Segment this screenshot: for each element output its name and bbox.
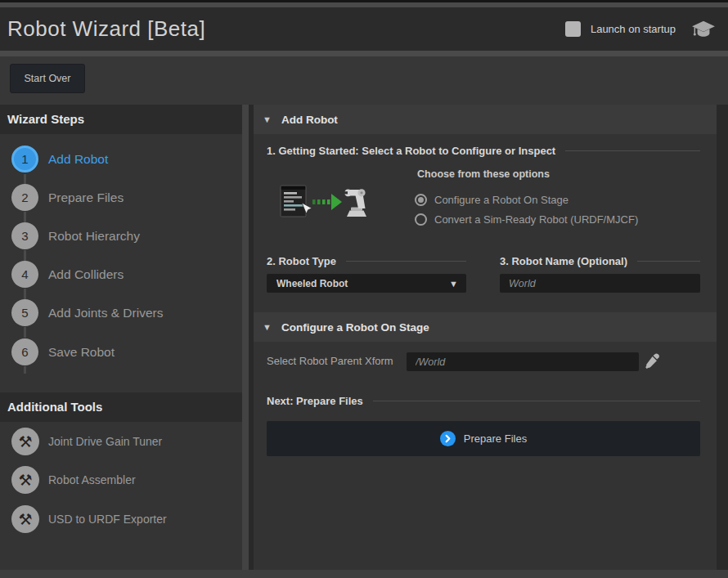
robot-name-input[interactable]: [500, 274, 700, 293]
step-circle-prepare-files[interactable]: 2: [11, 184, 38, 211]
radio-icon: [415, 194, 427, 206]
sidebar-item-add-joints[interactable]: Add Joints & Drivers: [48, 305, 163, 321]
robot-type-label: 2. Robot Type: [267, 255, 336, 267]
sidebar-item-prepare-files[interactable]: Prepare Files: [48, 190, 124, 206]
chevron-down-icon: ▼: [263, 114, 272, 124]
divider: [565, 150, 700, 151]
robot-type-value: Wheeled Robot: [276, 278, 449, 289]
step-connector: [24, 366, 26, 374]
robot-type-row: 2. Robot Type: [267, 253, 466, 269]
getting-started-row: 1. Getting Started: Select a Robot to Co…: [267, 142, 700, 159]
launch-on-startup-checkbox[interactable]: [565, 21, 581, 37]
step-circle-save-robot[interactable]: 6: [11, 338, 38, 365]
add-robot-section-header[interactable]: ▼ Add Robot: [254, 105, 717, 134]
robot-type-dropdown[interactable]: Wheeled Robot ▼: [267, 274, 466, 293]
next-step-label: Next: Prepare Files: [267, 395, 363, 407]
window-bottom-bar: [0, 570, 728, 578]
configure-section-title: Configure a Robot On Stage: [281, 321, 429, 334]
dropdown-arrow-icon: ▼: [449, 279, 458, 289]
main-panel: ▼ Add Robot 1. Getting Started: Select a…: [254, 105, 717, 570]
step-circle-add-joints[interactable]: 5: [11, 299, 38, 326]
step-circle-robot-hierarchy[interactable]: 3: [11, 222, 38, 249]
parent-xform-label: Select Robot Parent Xform: [267, 353, 393, 370]
robot-source-radio-group: Configure a Robot On Stage Convert a Sim…: [415, 193, 638, 232]
radio-convert-sim-ready[interactable]: Convert a Sim-Ready Robot (URDF/MJCF): [415, 213, 638, 226]
sidebar-item-add-robot[interactable]: Add Robot: [48, 151, 108, 168]
titlebar-divider: [0, 51, 728, 56]
next-step-row: Next: Prepare Files: [267, 392, 700, 409]
configure-section-header[interactable]: ▼ Configure a Robot On Stage: [254, 312, 717, 342]
choose-options-label: Choose from these options: [267, 168, 700, 180]
step-circle-add-colliders[interactable]: 4: [11, 261, 38, 288]
titlebar-actions: Launch on startup: [565, 7, 717, 51]
add-robot-section-title: Add Robot: [281, 114, 338, 126]
page-title: Robot Wizard [Beta]: [7, 16, 205, 42]
tools-icon[interactable]: ⚒: [11, 428, 39, 455]
sidebar-item-robot-hierarchy[interactable]: Robot Hierarchy: [48, 228, 140, 244]
graduation-cap-icon[interactable]: [690, 19, 717, 40]
start-over-button[interactable]: Start Over: [10, 64, 85, 93]
sidebar-item-usd-to-urdf-exporter[interactable]: USD to URDF Exporter: [48, 511, 167, 527]
prepare-files-button-label: Prepare Files: [464, 432, 527, 445]
hammer-wrench-icon: ⚒: [18, 473, 32, 488]
arrow-right-circle-icon: [440, 431, 456, 446]
getting-started-label: 1. Getting Started: Select a Robot to Co…: [267, 145, 555, 157]
titlebar: Robot Wizard [Beta] Launch on startup: [0, 7, 728, 51]
step-connector: [24, 250, 26, 261]
step-connector: [24, 174, 26, 184]
wizard-steps-sidebar: Wizard Steps 1 Add Robot 2 Prepare Files…: [0, 105, 242, 570]
sidebar-item-add-colliders[interactable]: Add Colliders: [48, 267, 124, 283]
sidebar-item-save-robot[interactable]: Save Robot: [48, 344, 115, 361]
sidebar-item-joint-drive-gain-tuner[interactable]: Joint Drive Gain Tuner: [48, 433, 162, 450]
launch-on-startup-label: Launch on startup: [591, 23, 676, 35]
panel-splitter[interactable]: [242, 105, 249, 570]
chevron-down-icon: ▼: [263, 322, 272, 332]
sidebar-item-robot-assembler[interactable]: Robot Assembler: [48, 472, 136, 488]
divider: [637, 261, 700, 262]
tools-icon[interactable]: ⚒: [11, 466, 39, 494]
hammer-wrench-icon: ⚒: [18, 512, 32, 527]
step-circle-add-robot[interactable]: 1: [11, 146, 38, 173]
radio-configure-on-stage[interactable]: Configure a Robot On Stage: [415, 193, 638, 206]
divider: [373, 401, 700, 401]
robot-name-row: 3. Robot Name (Optional): [500, 253, 700, 269]
step-connector: [24, 327, 26, 338]
wizard-steps-header: Wizard Steps: [0, 105, 242, 134]
step-connector: [24, 212, 26, 222]
eyedropper-icon[interactable]: [643, 352, 661, 370]
prepare-files-button[interactable]: Prepare Files: [267, 421, 700, 456]
hammer-wrench-icon: ⚒: [18, 434, 32, 450]
additional-tools-header: Additional Tools: [0, 392, 242, 422]
tools-icon[interactable]: ⚒: [11, 505, 39, 533]
toolbar: Start Over: [0, 56, 728, 105]
step-connector: [24, 289, 26, 299]
divider: [346, 261, 466, 262]
content-area: Wizard Steps 1 Add Robot 2 Prepare Files…: [0, 105, 728, 570]
radio-icon: [415, 213, 427, 226]
robot-wizard-window: Robot Wizard [Beta] Launch on startup St…: [0, 0, 728, 578]
parent-xform-input[interactable]: [407, 352, 639, 371]
robot-name-label: 3. Robot Name (Optional): [500, 255, 627, 267]
stage-to-robot-icon: [278, 183, 368, 219]
